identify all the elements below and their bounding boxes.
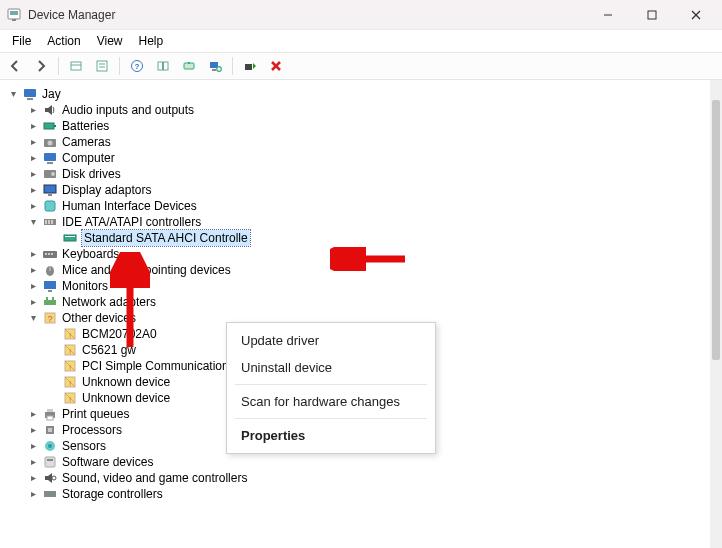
tree-node[interactable]: ▸Audio inputs and outputs xyxy=(4,102,720,118)
refresh-icon[interactable] xyxy=(152,55,174,77)
properties-icon[interactable] xyxy=(91,55,113,77)
svg-rect-33 xyxy=(44,185,56,193)
tree-root[interactable]: ▾ Jay xyxy=(4,86,720,102)
ctx-separator xyxy=(235,418,427,419)
help-icon[interactable]: ? xyxy=(126,55,148,77)
tree-node-label: Sensors xyxy=(62,438,106,454)
vertical-scrollbar[interactable] xyxy=(710,80,722,548)
expander-right-icon[interactable]: ▸ xyxy=(26,407,40,421)
tree-node[interactable]: ▸Storage controllers xyxy=(4,486,720,502)
svg-text:?: ? xyxy=(135,62,140,71)
close-button[interactable] xyxy=(674,0,718,30)
show-hidden-icon[interactable] xyxy=(65,55,87,77)
ctx-properties[interactable]: Properties xyxy=(227,422,435,449)
svg-rect-69 xyxy=(48,428,52,432)
expander-right-icon[interactable]: ▸ xyxy=(26,279,40,293)
svg-text:!: ! xyxy=(69,331,71,340)
ctx-scan-hardware[interactable]: Scan for hardware changes xyxy=(227,388,435,415)
mouse-icon xyxy=(42,262,58,278)
tree-node-label: Unknown device xyxy=(82,374,170,390)
svg-point-71 xyxy=(48,444,52,448)
tree-node-label: Human Interface Devices xyxy=(62,198,197,214)
menu-action[interactable]: Action xyxy=(39,32,88,50)
maximize-button[interactable] xyxy=(630,0,674,30)
keyboard-icon xyxy=(42,246,58,262)
expander-right-icon[interactable]: ▸ xyxy=(26,151,40,165)
tree-node[interactable]: ▸Network adapters xyxy=(4,294,720,310)
menu-view[interactable]: View xyxy=(89,32,131,50)
svg-rect-34 xyxy=(48,194,52,196)
svg-rect-67 xyxy=(47,416,53,420)
svg-rect-72 xyxy=(45,457,55,467)
expander-right-icon[interactable]: ▸ xyxy=(26,455,40,469)
window-title: Device Manager xyxy=(28,8,115,22)
svg-rect-7 xyxy=(71,62,81,70)
tree-node[interactable]: Standard SATA AHCI Controlle xyxy=(4,230,720,246)
ctx-separator xyxy=(235,384,427,385)
expander-right-icon[interactable]: ▸ xyxy=(26,119,40,133)
uninstall-icon[interactable] xyxy=(265,55,287,77)
expander-down-icon[interactable]: ▾ xyxy=(26,311,40,325)
forward-button[interactable] xyxy=(30,55,52,77)
svg-rect-76 xyxy=(52,493,54,495)
svg-rect-39 xyxy=(51,220,53,224)
svg-rect-17 xyxy=(210,62,218,68)
tree-node-label: BCM20702A0 xyxy=(82,326,157,342)
expander-right-icon[interactable]: ▸ xyxy=(26,199,40,213)
expander-right-icon[interactable]: ▸ xyxy=(26,103,40,117)
expander-right-icon[interactable]: ▸ xyxy=(26,423,40,437)
svg-rect-9 xyxy=(97,61,107,71)
menubar: File Action View Help xyxy=(0,30,722,52)
svg-rect-51 xyxy=(46,297,48,300)
tree-node[interactable]: ▸Human Interface Devices xyxy=(4,198,720,214)
tree-node-label: Monitors xyxy=(62,278,108,294)
toolbar: ? xyxy=(0,52,722,80)
sensor-icon xyxy=(42,438,58,454)
expander-right-icon[interactable]: ▸ xyxy=(26,471,40,485)
expander-right-icon[interactable]: ▸ xyxy=(26,295,40,309)
tree-node-label: Display adaptors xyxy=(62,182,151,198)
svg-rect-44 xyxy=(48,253,50,255)
update-driver-icon[interactable] xyxy=(178,55,200,77)
svg-rect-20 xyxy=(245,64,252,70)
menu-help[interactable]: Help xyxy=(131,32,172,50)
expander-right-icon[interactable]: ▸ xyxy=(26,263,40,277)
tree-node[interactable]: ▸Cameras xyxy=(4,134,720,150)
computer-root-icon xyxy=(22,86,38,102)
menu-file[interactable]: File xyxy=(4,32,39,50)
svg-text:!: ! xyxy=(69,395,71,404)
unknown-device-icon: ! xyxy=(62,390,78,406)
svg-rect-66 xyxy=(47,409,53,412)
tree-node[interactable]: ▸Mice and other pointing devices xyxy=(4,262,720,278)
tree-node-label: Other devices xyxy=(62,310,136,326)
add-legacy-icon[interactable] xyxy=(239,55,261,77)
ctx-update-driver[interactable]: Update driver xyxy=(227,327,435,354)
expander-right-icon[interactable]: ▸ xyxy=(26,167,40,181)
expander-right-icon[interactable]: ▸ xyxy=(26,247,40,261)
ctx-uninstall-device[interactable]: Uninstall device xyxy=(227,354,435,381)
expander-down-icon[interactable]: ▾ xyxy=(26,215,40,229)
expander-right-icon[interactable]: ▸ xyxy=(26,439,40,453)
tree-node[interactable]: ▸Monitors xyxy=(4,278,720,294)
tree-node[interactable]: ▸Software devices xyxy=(4,454,720,470)
tree-node[interactable]: ▸Disk drives xyxy=(4,166,720,182)
expander-right-icon[interactable]: ▸ xyxy=(26,135,40,149)
tree-root-label: Jay xyxy=(42,86,61,102)
tree-node[interactable]: ▸Display adaptors xyxy=(4,182,720,198)
tree-node[interactable]: ▸Sound, video and game controllers xyxy=(4,470,720,486)
tree-node[interactable]: ▸Keyboards xyxy=(4,246,720,262)
device-tree-pane: ▾ Jay ▸Audio inputs and outputs▸Batterie… xyxy=(0,80,722,548)
scrollbar-thumb[interactable] xyxy=(712,100,720,360)
expander-down-icon[interactable]: ▾ xyxy=(6,87,20,101)
svg-rect-1 xyxy=(10,11,18,15)
svg-rect-40 xyxy=(64,235,76,241)
scan-icon[interactable] xyxy=(204,55,226,77)
expander-right-icon[interactable]: ▸ xyxy=(26,183,40,197)
tree-node[interactable]: ▾IDE ATA/ATAPI controllers xyxy=(4,214,720,230)
tree-node[interactable]: ▸Batteries xyxy=(4,118,720,134)
tree-node[interactable]: ▸Computer xyxy=(4,150,720,166)
svg-rect-30 xyxy=(47,162,53,164)
back-button[interactable] xyxy=(4,55,26,77)
expander-right-icon[interactable]: ▸ xyxy=(26,487,40,501)
minimize-button[interactable] xyxy=(586,0,630,30)
